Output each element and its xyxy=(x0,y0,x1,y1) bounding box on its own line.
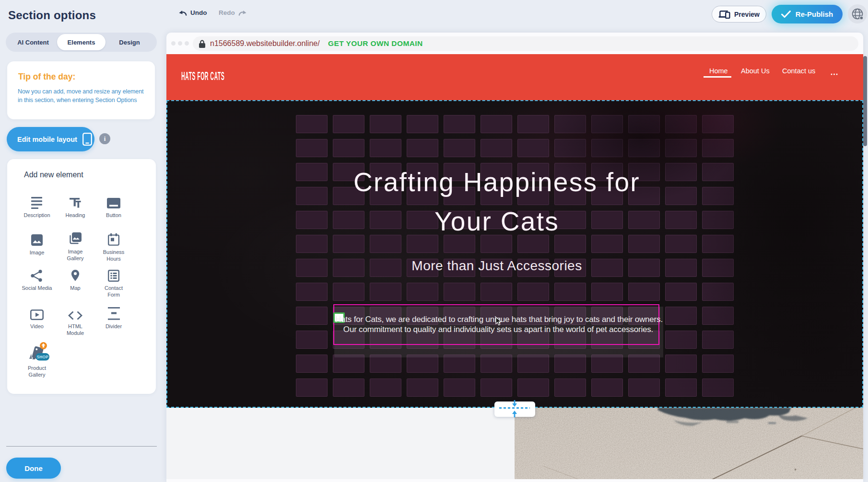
svg-text:SHOP: SHOP xyxy=(36,355,48,359)
